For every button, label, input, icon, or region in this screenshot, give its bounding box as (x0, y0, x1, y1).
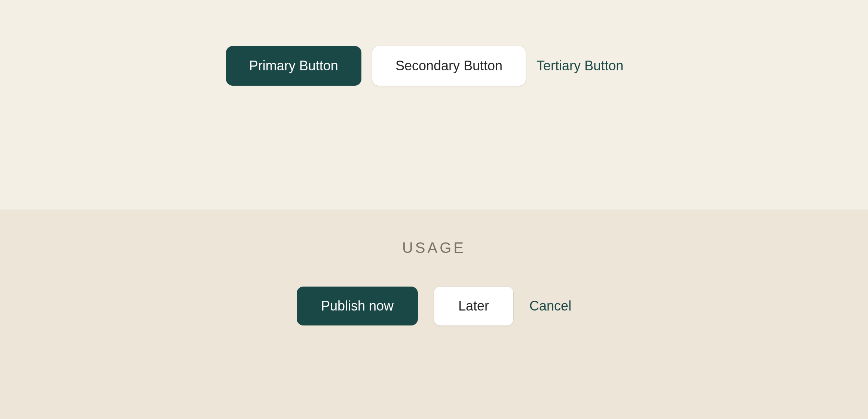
top-section: Primary Button Secondary Button Tertiary… (0, 0, 868, 210)
usage-heading: USAGE (402, 239, 466, 256)
cancel-button[interactable]: Cancel (529, 287, 571, 325)
primary-button[interactable]: Primary Button (226, 46, 361, 86)
button-variants-row: Primary Button Secondary Button Tertiary… (226, 46, 623, 86)
publish-now-button[interactable]: Publish now (297, 287, 418, 325)
later-button[interactable]: Later (434, 286, 514, 326)
tertiary-button[interactable]: Tertiary Button (537, 46, 623, 86)
usage-example-row: Publish now Later Cancel (297, 286, 571, 326)
usage-section: USAGE Publish now Later Cancel (0, 210, 868, 419)
secondary-button[interactable]: Secondary Button (372, 46, 526, 86)
